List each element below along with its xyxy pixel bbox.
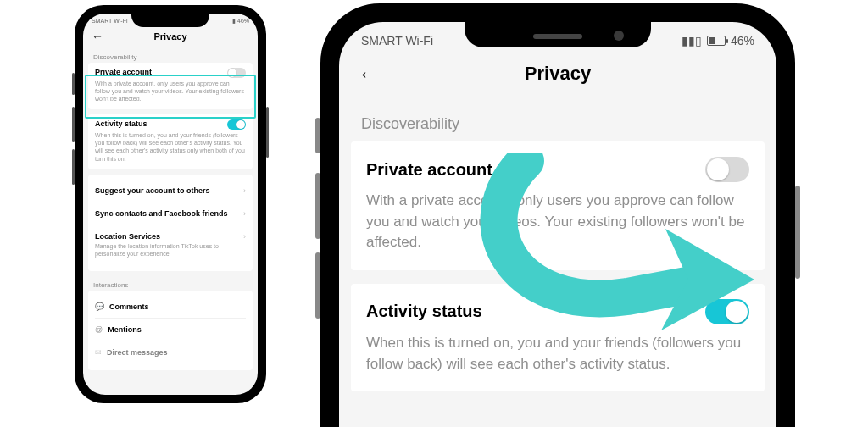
private-account-desc: With a private account, only users you a…	[95, 80, 246, 103]
phone-small-mockup: SMART Wi-Fi ▮ 46% ← Privacy Discoverabil…	[75, 5, 266, 403]
phone-large-mockup: SMART Wi-Fi ▮▮▯ 46% ← Privacy Discoverab…	[320, 3, 795, 427]
header: ← Privacy	[83, 25, 258, 48]
carrier-label: SMART Wi-Fi	[92, 18, 128, 25]
activity-status-title: Activity status	[366, 302, 482, 321]
battery-icon	[707, 36, 726, 46]
side-button	[72, 107, 75, 142]
nav-suggest[interactable]: Suggest your account to others ›	[95, 180, 246, 202]
activity-status-title: Activity status	[95, 119, 147, 128]
interactions-card: 💬 Comments @ Mentions ✉ Direct messages	[88, 291, 253, 370]
back-button[interactable]: ←	[92, 30, 103, 43]
side-button	[315, 173, 320, 239]
notch	[465, 22, 651, 47]
page-title: Privacy	[153, 31, 186, 42]
nav-label: Location Services	[95, 232, 160, 241]
nav-label: Comments	[109, 302, 149, 311]
comment-icon: 💬	[95, 302, 104, 311]
private-account-title: Private account	[95, 68, 152, 76]
back-button[interactable]: ←	[358, 61, 380, 87]
side-button	[795, 186, 800, 279]
private-account-desc: With a private account, only users you a…	[366, 191, 749, 253]
nav-comments[interactable]: 💬 Comments	[95, 296, 246, 318]
nav-label: Suggest your account to others	[95, 186, 210, 195]
section-header-interactions: Interactions	[83, 276, 258, 291]
activity-status-card: Activity status When this is turned on, …	[351, 284, 765, 391]
speaker	[533, 34, 582, 39]
page-title: Privacy	[525, 63, 591, 85]
private-account-title: Private account	[366, 160, 492, 180]
nav-label: Mentions	[108, 325, 142, 334]
side-button	[315, 252, 320, 319]
header: ← Privacy	[339, 47, 776, 100]
battery-label: ▮ 46%	[232, 18, 249, 25]
carrier-label: SMART Wi-Fi	[361, 34, 433, 47]
nav-label: Direct messages	[107, 348, 168, 357]
activity-status-toggle[interactable]	[705, 299, 749, 324]
chevron-right-icon: ›	[243, 232, 246, 241]
nav-direct[interactable]: ✉ Direct messages	[95, 341, 246, 363]
activity-status-desc: When this is turned on, you and your fri…	[366, 333, 749, 374]
nav-mentions[interactable]: @ Mentions	[95, 318, 246, 341]
section-header-discoverability: Discoverability	[83, 48, 258, 63]
signal-icon: ▮▮▯	[682, 34, 702, 47]
chevron-right-icon: ›	[243, 209, 246, 218]
private-account-card: Private account With a private account, …	[351, 141, 765, 270]
side-button	[266, 107, 269, 158]
mention-icon: @	[95, 325, 103, 334]
nav-label: Sync contacts and Facebook friends	[95, 209, 228, 218]
nav-list-card: Suggest your account to others › Sync co…	[88, 175, 253, 271]
camera-icon	[614, 30, 624, 41]
side-button	[72, 149, 75, 185]
battery-label: 46%	[731, 34, 754, 47]
activity-status-card: Activity status When this is turned on, …	[88, 114, 253, 169]
private-account-toggle[interactable]	[227, 68, 246, 78]
private-account-toggle[interactable]	[705, 157, 749, 182]
nav-desc: Manage the location information TikTok u…	[95, 242, 246, 258]
message-icon: ✉	[95, 348, 102, 357]
nav-location[interactable]: Location Services › Manage the location …	[95, 225, 246, 264]
nav-sync[interactable]: Sync contacts and Facebook friends ›	[95, 202, 246, 225]
section-header-discoverability: Discoverability	[339, 100, 776, 141]
chevron-right-icon: ›	[243, 186, 246, 195]
activity-status-desc: When this is turned on, you and your fri…	[95, 131, 246, 162]
notch	[131, 14, 209, 27]
activity-status-toggle[interactable]	[227, 119, 246, 130]
side-button	[315, 118, 320, 153]
side-button	[72, 73, 75, 95]
private-account-card: Private account With a private account, …	[88, 63, 253, 109]
